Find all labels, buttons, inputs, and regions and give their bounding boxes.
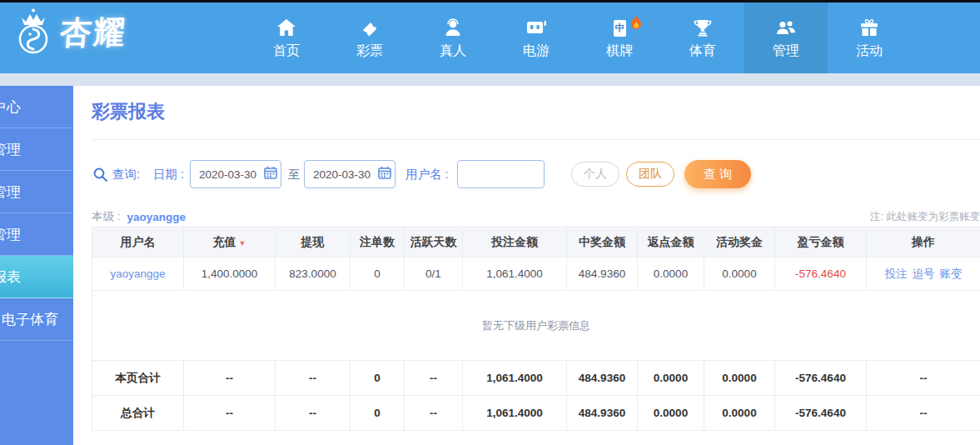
personal-button[interactable]: 个人 (571, 162, 619, 187)
nav-label: 真人 (440, 42, 466, 60)
username-input[interactable] (465, 162, 541, 187)
total-withdraw: -- (276, 361, 351, 396)
row-profit: -576.4640 (775, 258, 867, 291)
table-row: yaoyangge 1,400.0000 823.0000 0 0/1 1,06… (92, 258, 980, 291)
col-win-amount: 中奖金额 (567, 228, 638, 258)
sidebar-item-esports[interactable]: 电子体育 (0, 298, 73, 341)
search-icon (93, 159, 107, 189)
ticket-icon (360, 17, 380, 37)
total-profit: -576.4640 (775, 396, 867, 431)
total-recharge: -- (184, 361, 276, 396)
total-withdraw: -- (276, 396, 351, 431)
team-button[interactable]: 团队 (626, 162, 674, 187)
brand-logo[interactable]: 杏耀 (12, 8, 127, 58)
sidebar-item-manage-3[interactable]: 管理 (0, 213, 73, 256)
sidebar-item-manage-1[interactable]: 管理 (0, 128, 73, 171)
nav-item-boardgames[interactable]: 中 棋牌 (578, 2, 661, 73)
bet-detail-link[interactable]: 投注 (885, 268, 908, 280)
top-navbar: 杏耀 首页 彩票 真人 (0, 2, 980, 73)
total-actions: -- (867, 396, 980, 431)
level-row: 本级 : yaoyangge 注: 此处账变为彩票账变 (92, 208, 980, 226)
account-change-link[interactable]: 账变 (940, 268, 963, 280)
col-rebate: 返点金额 (638, 228, 704, 258)
slot-machine-icon (525, 17, 547, 37)
col-bet-amount: 投注金额 (463, 228, 567, 258)
total-activity-bonus: 0.0000 (704, 361, 775, 396)
col-active-days: 活跃天数 (405, 228, 463, 258)
total-recharge: -- (184, 396, 276, 431)
total-bet-count: 0 (351, 396, 405, 431)
page-total-row: 本页合计 -- -- 0 -- 1,061.4000 484.9360 0.00… (92, 361, 980, 396)
col-recharge-sortable[interactable]: 充值▼ (184, 228, 276, 258)
col-actions: 操作 (867, 228, 980, 258)
gift-icon (859, 17, 879, 37)
sidebar-item-center[interactable]: 中心 (0, 86, 73, 128)
person-icon (443, 17, 463, 37)
row-activity-bonus: 0.0000 (704, 258, 775, 291)
row-rebate: 0.0000 (638, 258, 704, 291)
calendar-icon[interactable] (264, 166, 277, 182)
nav-item-activities[interactable]: 活动 (828, 2, 911, 73)
total-rebate: 0.0000 (638, 396, 704, 431)
nav-label: 体育 (689, 42, 716, 60)
total-rebate: 0.0000 (638, 361, 704, 396)
date-to-field (304, 160, 395, 188)
calendar-icon[interactable] (378, 166, 391, 182)
subheader-strip (0, 73, 980, 86)
nav-item-sports[interactable]: 体育 (661, 2, 744, 73)
sidebar-item-manage-2[interactable]: 管理 (0, 171, 73, 213)
total-profit: -576.4640 (775, 361, 867, 396)
content-card: 彩票报表 查询: 日期 : 至 用户名 : (73, 86, 980, 445)
total-label: 本页合计 (92, 361, 184, 396)
sidebar-item-label: 管理 (0, 182, 21, 202)
nav-label: 彩票 (356, 42, 383, 60)
sidebar-item-label: 管理 (0, 140, 21, 159)
people-icon (775, 17, 797, 37)
level-username-link[interactable]: yaoyangge (127, 211, 187, 223)
row-username-link[interactable]: yaoyangge (110, 268, 165, 280)
query-button[interactable]: 查 询 (684, 160, 751, 188)
search-toolbar: 查询: 日期 : 至 用户名 : 个人 团队 查 询 (73, 159, 980, 189)
sidebar-item-label: 中心 (0, 98, 21, 117)
nav-item-egames[interactable]: 电游 (495, 2, 578, 73)
date-from-input[interactable] (199, 168, 264, 181)
col-username: 用户名 (92, 228, 184, 258)
sidebar-item-label: 电子体育 (2, 310, 58, 329)
home-icon (276, 17, 296, 37)
empty-message: 暂无下级用户彩票信息 (92, 291, 980, 361)
nav-item-live[interactable]: 真人 (411, 2, 495, 73)
grand-total-row: 总合计 -- -- 0 -- 1,061.4000 484.9360 0.000… (92, 396, 980, 431)
date-label: 日期 : (153, 159, 184, 189)
app-screen: 杏耀 首页 彩票 真人 (0, 0, 980, 445)
col-activity-bonus: 活动奖金 (704, 228, 775, 258)
nav-item-lottery[interactable]: 彩票 (328, 2, 411, 73)
username-field (457, 160, 545, 188)
row-bet-amount: 1,061.4000 (463, 258, 567, 291)
nav-item-home[interactable]: 首页 (245, 2, 328, 73)
table-header-row: 用户名 充值▼ 提现 注单数 活跃天数 投注金额 中奖金额 返点金额 活动奖金 … (92, 228, 980, 258)
col-bet-count: 注单数 (351, 228, 405, 258)
mahjong-tile-icon: 中 (614, 17, 626, 37)
sidebar-item-label: 管理 (0, 225, 21, 244)
total-actions: -- (867, 361, 980, 396)
total-bet-count: 0 (351, 361, 405, 396)
chase-number-link[interactable]: 追号 (913, 268, 935, 280)
total-active-days: -- (405, 361, 463, 396)
col-withdraw: 提现 (276, 228, 351, 258)
date-to-input[interactable] (313, 168, 378, 181)
sidebar-item-label: 报表 (0, 268, 21, 287)
date-from-field (190, 160, 281, 188)
nav-label: 棋牌 (606, 42, 633, 60)
trophy-icon (693, 17, 713, 37)
query-label: 查询: (112, 159, 140, 189)
nav-label: 活动 (856, 42, 883, 60)
mahjong-tile-char: 中 (614, 20, 626, 37)
flame-icon (630, 15, 642, 32)
total-active-days: -- (405, 396, 463, 431)
nav-label: 首页 (273, 42, 300, 60)
nav-item-management[interactable]: 管理 (744, 2, 828, 73)
nav-label: 电游 (523, 42, 550, 60)
brand-name: 杏耀 (58, 12, 128, 54)
total-bet-amount: 1,061.4000 (463, 396, 567, 431)
sidebar-item-report[interactable]: 报表 (0, 256, 73, 298)
